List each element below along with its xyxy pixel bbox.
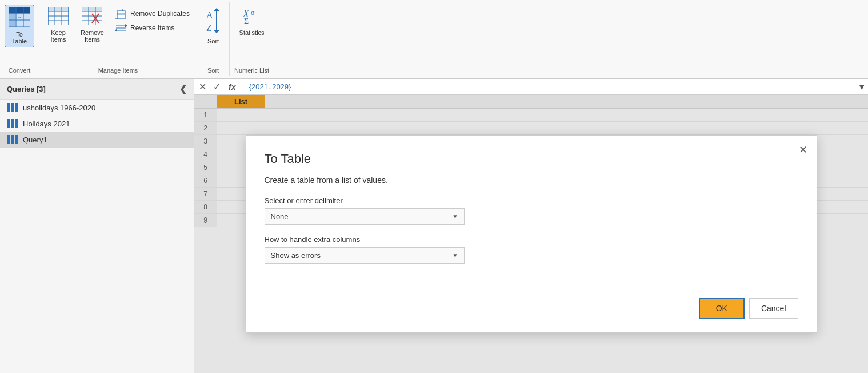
- sidebar-item-holidays2021-label: Holidays 2021: [23, 120, 70, 128]
- remove-items-icon: [82, 7, 102, 28]
- reverse-items-label: Reverse Items: [130, 24, 174, 32]
- keep-items-label: Keep Items: [51, 29, 66, 43]
- svg-marker-32: [125, 24, 127, 27]
- sort-group-label: Sort: [207, 66, 219, 74]
- keep-items-svg: [48, 7, 69, 25]
- remove-items-svg: [82, 7, 102, 25]
- delimiter-label: Select or enter delimiter: [265, 196, 798, 205]
- sidebar-item-holidays2021[interactable]: Holidays 2021: [0, 116, 194, 132]
- statistics-svg: X σ Σ: [242, 7, 262, 25]
- sort-group: A Z Sort Sort: [197, 2, 230, 76]
- formula-fx-label: fx: [225, 82, 239, 92]
- sidebar: Queries [3] ❮ usholidays 1966-2020 Holid…: [0, 79, 194, 373]
- manage-items-group: Keep Items Rem: [39, 2, 197, 76]
- remove-duplicates-label: Remove Duplicates: [130, 10, 190, 18]
- delimiter-value: None: [271, 212, 289, 221]
- sidebar-collapse-button[interactable]: ❮: [179, 84, 187, 94]
- svg-text:σ: σ: [251, 9, 255, 17]
- content-area: List 1 2 3 4: [194, 95, 868, 373]
- formula-expand-button[interactable]: ▼: [858, 82, 866, 92]
- to-table-dialog: ✕ To Table Create a table from a list of…: [246, 135, 817, 333]
- table-icon-1: [7, 103, 18, 112]
- to-table-button[interactable]: → To Table: [5, 5, 34, 47]
- delimiter-select[interactable]: None ▼: [265, 208, 465, 225]
- sidebar-item-query1[interactable]: Query1: [0, 132, 194, 148]
- keep-items-icon: [48, 7, 69, 28]
- main-area: Queries [3] ❮ usholidays 1966-2020 Holid…: [0, 79, 868, 373]
- sort-svg: A Z: [205, 7, 221, 34]
- remove-items-label: Remove Items: [81, 29, 104, 43]
- svg-text:Z: Z: [206, 23, 212, 33]
- statistics-button[interactable]: X σ Σ Statistics: [236, 5, 268, 38]
- svg-text:→: →: [17, 14, 22, 20]
- extra-columns-select[interactable]: Show as errors ▼: [265, 247, 465, 264]
- reverse-items-button[interactable]: Reverse Items: [112, 21, 192, 35]
- numeric-list-group-label: Numeric List: [234, 66, 269, 74]
- manage-small-buttons: Remove Duplicates Reverse Items: [112, 7, 192, 35]
- manage-items-group-label: Manage Items: [98, 66, 138, 74]
- sidebar-item-query1-label: Query1: [23, 136, 47, 144]
- dialog-close-button[interactable]: ✕: [799, 144, 807, 156]
- svg-rect-16: [82, 7, 102, 11]
- dialog-footer: OK Cancel: [265, 298, 798, 319]
- sort-label: Sort: [207, 38, 219, 45]
- to-table-svg: →: [9, 7, 30, 27]
- table-icon-2: [7, 119, 18, 128]
- dialog-title: To Table: [265, 152, 798, 166]
- sidebar-header: Queries [3] ❮: [0, 79, 194, 100]
- formula-confirm-button[interactable]: ✓: [211, 80, 223, 93]
- ribbon: → To Table Convert: [0, 0, 868, 79]
- table-icon-3: [7, 135, 18, 144]
- sort-icon: A Z: [205, 7, 221, 38]
- svg-text:A: A: [206, 10, 213, 20]
- reverse-items-svg: [115, 23, 127, 33]
- delimiter-dropdown-arrow: ▼: [453, 213, 458, 220]
- sidebar-title: Queries [3]: [7, 85, 46, 93]
- remove-duplicates-icon: [114, 8, 128, 19]
- svg-text:Σ: Σ: [244, 17, 249, 25]
- convert-group: → To Table Convert: [0, 2, 39, 76]
- numeric-list-group: X σ Σ Statistics Numeric List: [230, 2, 274, 76]
- svg-rect-9: [48, 7, 69, 11]
- svg-marker-37: [213, 8, 220, 11]
- sidebar-item-usholidays-label: usholidays 1966-2020: [23, 104, 95, 112]
- reverse-items-icon: [114, 22, 128, 34]
- formula-bar: ✕ ✓ fx = {2021..2029} ▼: [194, 79, 868, 95]
- extra-columns-label: How to handle extra columns: [265, 235, 798, 244]
- statistics-label: Statistics: [239, 29, 265, 36]
- to-table-label: To Table: [12, 31, 27, 45]
- keep-items-button[interactable]: Keep Items: [44, 5, 73, 45]
- convert-group-label: Convert: [9, 66, 31, 74]
- formula-text: {2021..2029}: [249, 82, 291, 91]
- svg-marker-33: [115, 29, 117, 32]
- remove-items-button[interactable]: Remove Items: [77, 5, 107, 45]
- statistics-icon: X σ Σ: [242, 7, 262, 28]
- sidebar-item-usholidays[interactable]: usholidays 1966-2020: [0, 100, 194, 116]
- extra-columns-value: Show as errors: [271, 251, 321, 260]
- formula-input[interactable]: = {2021..2029}: [241, 81, 855, 92]
- dialog-overlay: ✕ To Table Create a table from a list of…: [194, 95, 868, 373]
- dialog-cancel-button[interactable]: Cancel: [749, 298, 798, 319]
- extra-columns-dropdown-arrow: ▼: [453, 252, 458, 259]
- dialog-description: Create a table from a list of values.: [265, 176, 798, 185]
- svg-marker-38: [213, 30, 220, 33]
- remove-duplicates-button[interactable]: Remove Duplicates: [112, 7, 192, 21]
- dialog-ok-button[interactable]: OK: [699, 298, 745, 319]
- remove-duplicates-svg: [115, 9, 127, 19]
- sort-button[interactable]: A Z Sort: [202, 5, 225, 47]
- right-panel: ✕ ✓ fx = {2021..2029} ▼ List 1 2: [194, 79, 868, 373]
- to-table-icon: →: [9, 7, 30, 30]
- svg-rect-1: [9, 7, 15, 27]
- formula-cancel-button[interactable]: ✕: [197, 80, 209, 93]
